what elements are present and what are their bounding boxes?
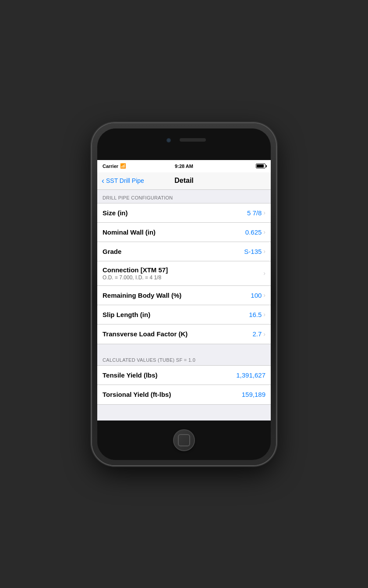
chevron-right-icon: › [263, 292, 265, 299]
row-transverse-load-right: 2.7 › [252, 330, 265, 338]
home-button[interactable] [173, 429, 195, 451]
chevron-right-icon: › [263, 331, 265, 338]
row-size-value: 5 7/8 [247, 209, 262, 217]
chevron-right-icon: › [263, 270, 265, 277]
row-slip-length[interactable]: Slip Length (in) 16.5 › [97, 305, 271, 324]
row-transverse-load-label: Transverse Load Factor (K) [103, 330, 252, 338]
row-connection-label: Connection [XTM 57] [103, 266, 263, 274]
row-slip-length-label: Slip Length (in) [103, 311, 249, 318]
row-nominal-wall[interactable]: Nominal Wall (in) 0.625 › [97, 223, 271, 242]
chevron-right-icon: › [263, 228, 265, 235]
row-grade-label: Grade [103, 248, 244, 255]
carrier-label: Carrier 📶 [103, 163, 126, 169]
row-tensile-yield-label: Tensile Yield (lbs) [103, 371, 236, 379]
chevron-right-icon: › [263, 248, 265, 255]
section1-body: Size (in) 5 7/8 › Nominal Wall (in) 0.62… [97, 203, 271, 344]
row-tensile-yield-right: 1,391,627 [236, 371, 265, 379]
battery-indicator [256, 164, 265, 168]
chevron-right-icon: › [263, 209, 265, 216]
nav-title: Detail [174, 177, 194, 185]
row-slip-length-value: 16.5 [249, 311, 262, 318]
speaker [180, 138, 206, 142]
row-tensile-yield: Tensile Yield (lbs) 1,391,627 [97, 366, 271, 385]
row-remaining-body-wall-value: 100 [251, 292, 262, 299]
row-connection-sublabel: O.D. = 7.000, I.D. = 4 1/8 [103, 274, 263, 281]
top-bezel [97, 128, 271, 160]
camera-icon [166, 138, 171, 143]
nav-bar: ‹ SST Drill Pipe Detail [97, 172, 271, 190]
row-torsional-yield-label: Torsional Yield (ft-lbs) [103, 391, 242, 398]
section2-header-text: CALCULATED VALUES (TUBE) SF = 1.0 [103, 357, 195, 363]
wifi-icon: 📶 [120, 163, 126, 169]
section-gap-bottom [97, 405, 271, 413]
content-area: DRILL PIPE CONFIGURATION Size (in) 5 7/8… [97, 190, 271, 421]
section1-header: DRILL PIPE CONFIGURATION [97, 190, 271, 203]
row-torsional-yield-right: 159,189 [242, 391, 265, 398]
row-nominal-wall-label: Nominal Wall (in) [103, 228, 245, 236]
row-torsional-yield: Torsional Yield (ft-lbs) 159,189 [97, 385, 271, 404]
row-remaining-body-wall-right: 100 › [251, 292, 265, 299]
row-remaining-body-wall-label: Remaining Body Wall (%) [103, 292, 251, 299]
phone-inner: Carrier 📶 9:28 AM ‹ SST Drill Pipe Detai… [97, 128, 271, 460]
row-connection[interactable]: Connection [XTM 57] O.D. = 7.000, I.D. =… [97, 261, 271, 286]
back-button[interactable]: ‹ SST Drill Pipe [102, 177, 144, 185]
row-transverse-load[interactable]: Transverse Load Factor (K) 2.7 › [97, 324, 271, 344]
section-gap [97, 344, 271, 352]
back-label: SST Drill Pipe [106, 177, 144, 184]
row-nominal-wall-value: 0.625 [245, 228, 262, 236]
row-grade[interactable]: Grade S-135 › [97, 242, 271, 261]
row-grade-value: S-135 [244, 248, 262, 255]
phone-frame: Carrier 📶 9:28 AM ‹ SST Drill Pipe Detai… [92, 123, 276, 465]
row-torsional-yield-value: 159,189 [242, 391, 265, 398]
section2-header: CALCULATED VALUES (TUBE) SF = 1.0 [97, 352, 271, 365]
chevron-left-icon: ‹ [102, 177, 104, 185]
chevron-right-icon: › [263, 311, 265, 318]
row-connection-right: › [263, 270, 265, 277]
status-bar: Carrier 📶 9:28 AM [97, 160, 271, 172]
section2-body: Tensile Yield (lbs) 1,391,627 Torsional … [97, 365, 271, 405]
row-connection-label-wrap: Connection [XTM 57] O.D. = 7.000, I.D. =… [103, 266, 263, 281]
row-grade-right: S-135 › [244, 248, 265, 255]
battery-fill [257, 164, 264, 167]
battery-icon [256, 164, 265, 168]
row-slip-length-right: 16.5 › [249, 311, 265, 318]
row-tensile-yield-value: 1,391,627 [236, 371, 265, 379]
row-remaining-body-wall[interactable]: Remaining Body Wall (%) 100 › [97, 286, 271, 305]
row-size-label: Size (in) [103, 209, 247, 217]
row-size[interactable]: Size (in) 5 7/8 › [97, 203, 271, 223]
home-button-inner [178, 434, 190, 446]
screen: Carrier 📶 9:28 AM ‹ SST Drill Pipe Detai… [97, 160, 271, 421]
row-size-right: 5 7/8 › [247, 209, 265, 217]
row-nominal-wall-right: 0.625 › [245, 228, 265, 236]
status-time: 9:28 AM [175, 164, 193, 169]
bottom-bezel [97, 421, 271, 460]
row-transverse-load-value: 2.7 [252, 330, 262, 338]
section1-header-text: DRILL PIPE CONFIGURATION [103, 195, 173, 200]
